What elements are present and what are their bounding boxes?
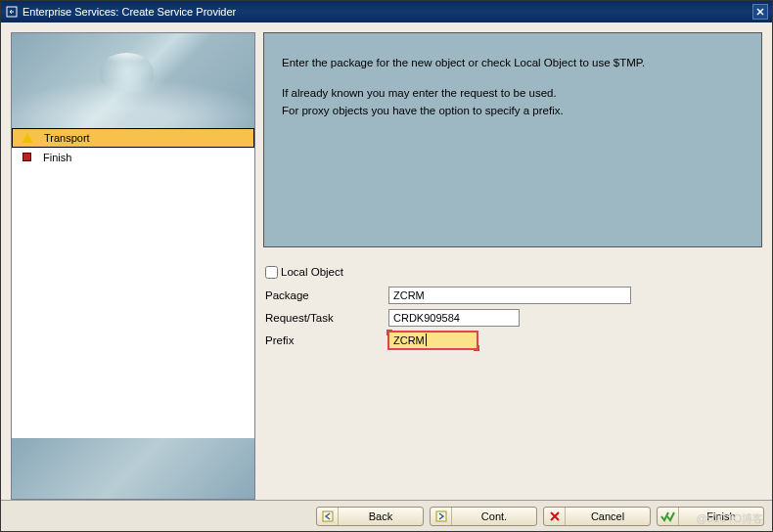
wizard-window: Enterprise Services: Create Service Prov… [0, 0, 773, 532]
window-title: Enterprise Services: Create Service Prov… [23, 6, 752, 18]
back-icon [317, 508, 339, 525]
package-input[interactable] [388, 287, 631, 304]
right-pane: Enter the package for the new object or … [263, 32, 762, 500]
continue-icon [431, 508, 452, 525]
request-input[interactable] [388, 309, 520, 327]
banner-image-top [12, 33, 254, 128]
request-row: Request/Task [265, 307, 760, 329]
continue-button[interactable]: Cont. [430, 507, 537, 526]
step-label: Transport [44, 132, 90, 144]
button-label: Cont. [452, 510, 536, 522]
button-label: Finish [679, 510, 763, 522]
local-object-checkbox[interactable] [265, 266, 278, 279]
text-caret [426, 333, 427, 346]
finish-icon [658, 508, 679, 525]
button-label: Cancel [566, 510, 650, 522]
prefix-label: Prefix [265, 334, 388, 346]
instruction-line: For proxy objects you have the option to… [282, 103, 744, 119]
close-button[interactable] [752, 4, 768, 20]
close-icon [756, 8, 764, 16]
local-object-label: Local Object [281, 266, 343, 278]
prefix-row: Prefix [265, 330, 760, 351]
package-row: Package [265, 285, 760, 306]
instruction-line: Enter the package for the new object or … [282, 55, 744, 71]
request-label: Request/Task [265, 312, 388, 324]
svg-rect-1 [323, 511, 333, 521]
warning-triangle-icon [21, 131, 34, 145]
finish-square-icon [20, 151, 33, 164]
titlebar: Enterprise Services: Create Service Prov… [1, 1, 772, 22]
prefix-input[interactable] [388, 332, 477, 349]
form-area: Local Object Package Request/Task Prefix [263, 247, 762, 366]
button-label: Back [339, 510, 423, 522]
left-pane: Transport Finish [11, 32, 255, 500]
back-button[interactable]: Back [316, 507, 424, 526]
banner-image-bottom [12, 438, 254, 499]
step-transport[interactable]: Transport [12, 128, 254, 148]
svg-rect-2 [436, 511, 446, 521]
package-label: Package [265, 289, 388, 301]
step-list: Transport Finish [12, 128, 254, 438]
window-icon [5, 5, 19, 19]
cancel-button[interactable]: Cancel [543, 507, 651, 526]
local-object-row: Local Object [265, 261, 760, 283]
button-bar: Back Cont. Cancel Finish [1, 500, 772, 531]
dialog-body: Transport Finish Enter the package for t… [1, 22, 772, 500]
instruction-line: If already known you may enter the reque… [282, 85, 744, 102]
step-label: Finish [43, 152, 71, 163]
instruction-box: Enter the package for the new object or … [263, 32, 762, 247]
finish-button[interactable]: Finish [657, 507, 764, 526]
step-finish[interactable]: Finish [12, 148, 254, 167]
cancel-icon [544, 508, 566, 525]
